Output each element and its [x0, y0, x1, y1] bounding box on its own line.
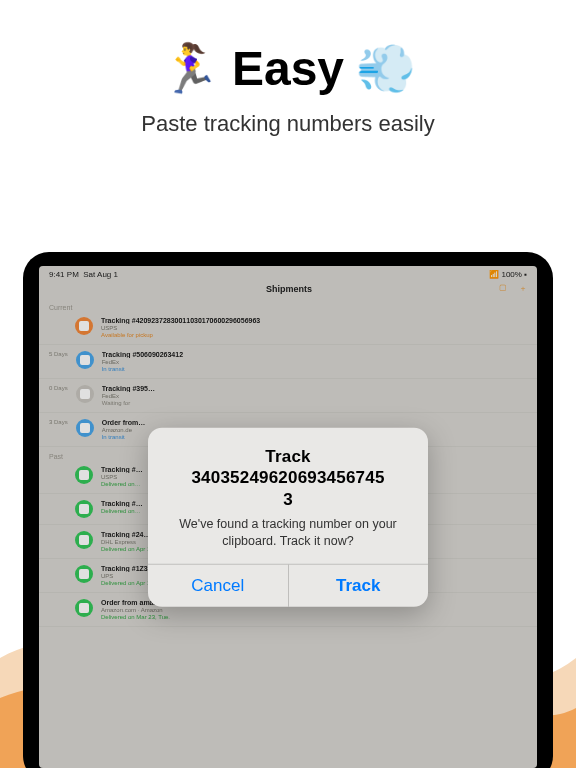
hero: 🏃‍♀️ Easy 💨 Paste tracking numbers easil…: [0, 0, 576, 167]
hero-title-text: Easy: [232, 41, 344, 96]
track-button[interactable]: Track: [288, 564, 429, 606]
hero-title: 🏃‍♀️ Easy 💨: [20, 40, 556, 97]
ipad-device: 9:41 PM Sat Aug 1 📶 100% ▪ Shipments ▢ ＋…: [23, 252, 553, 768]
dash-emoji: 💨: [356, 40, 416, 97]
ipad-bezel: 9:41 PM Sat Aug 1 📶 100% ▪ Shipments ▢ ＋…: [23, 252, 553, 768]
alert-title: Track 34035249620693456745 3: [162, 446, 414, 510]
cancel-button[interactable]: Cancel: [148, 564, 288, 606]
hero-subtitle: Paste tracking numbers easily: [20, 111, 556, 137]
clipboard-alert: Track 34035249620693456745 3 We've found…: [148, 428, 428, 607]
ipad-screen: 9:41 PM Sat Aug 1 📶 100% ▪ Shipments ▢ ＋…: [39, 266, 537, 768]
runner-emoji: 🏃‍♀️: [160, 40, 220, 97]
alert-message: We've found a tracking number on your cl…: [162, 516, 414, 550]
